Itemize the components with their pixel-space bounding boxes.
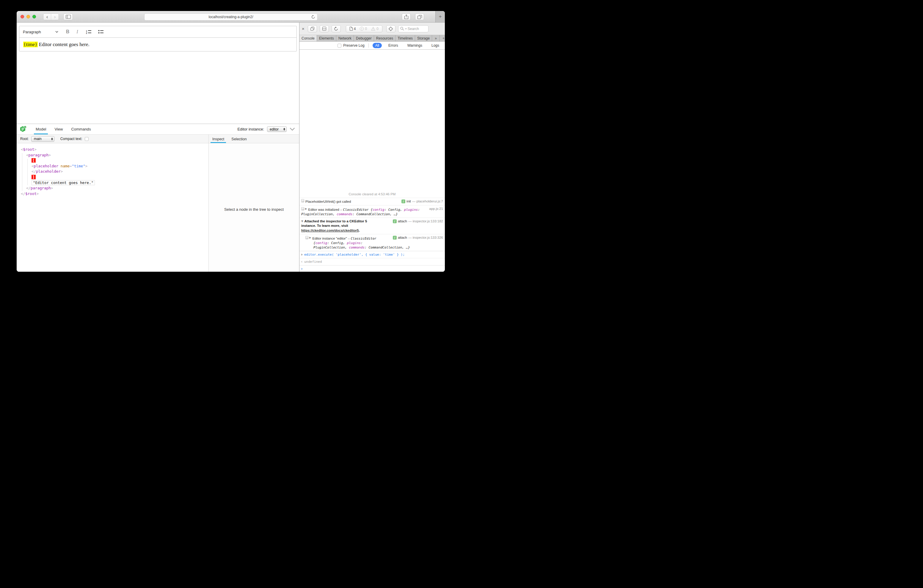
tab-inspect-label: Inspect <box>212 137 224 141</box>
console-token: : CommandCollection, …} <box>352 212 397 216</box>
filter-warnings[interactable]: Warnings <box>405 43 425 48</box>
zoom-window-button[interactable] <box>33 15 36 18</box>
italic-button[interactable]: I <box>76 29 78 34</box>
tab-timelines[interactable]: Timelines <box>396 35 415 41</box>
sidebar-button[interactable] <box>63 13 73 20</box>
log-source-icon <box>301 207 304 210</box>
tab-resources-label: Resources <box>376 36 393 40</box>
disclosure-open-icon[interactable]: ▼ <box>301 219 303 224</box>
root-select[interactable]: main <box>31 136 54 142</box>
nav-buttons: ‹ › <box>43 13 59 20</box>
filter-logs[interactable]: Logs <box>429 43 442 48</box>
back-button[interactable]: ‹ <box>43 14 51 20</box>
detach-button[interactable] <box>308 25 317 33</box>
tab-inspect[interactable]: Inspect <box>209 135 228 143</box>
indent-guide <box>27 159 28 185</box>
new-tab-button[interactable]: + <box>435 11 445 22</box>
console-location[interactable]: ƒattach— inspector.js:133:326 <box>393 235 443 240</box>
address-bar[interactable]: localhost/creating-a-plugin2/ <box>144 13 318 21</box>
console-link[interactable]: https://ckeditor.com/docs/ckeditor5 <box>301 228 359 232</box>
close-inspector-button[interactable]: × <box>302 26 304 31</box>
tab-debugger[interactable]: Debugger <box>354 35 374 41</box>
editor-instance-select[interactable]: editor <box>267 126 287 132</box>
tree-line[interactable]: </paragraph> <box>16 186 209 191</box>
inspect-pane: Select a node in the tree to inspect <box>209 143 299 272</box>
tree-line[interactable]: </$root> <box>16 191 209 197</box>
function-badge-icon: ƒ <box>401 199 405 203</box>
preserve-log-checkbox[interactable] <box>338 44 342 48</box>
tree-token: > <box>61 169 63 174</box>
bold-button[interactable]: B <box>66 29 70 34</box>
minimize-window-button[interactable] <box>26 15 30 18</box>
tab-view[interactable]: View <box>50 124 67 135</box>
forward-button[interactable]: › <box>51 14 59 20</box>
preserve-log-label: Preserve Log <box>343 43 364 48</box>
source-location: — placeholderui.js:7 <box>412 199 443 204</box>
tab-model[interactable]: Model <box>31 124 50 135</box>
element-picker-button[interactable] <box>386 25 396 33</box>
function-badge-icon: ƒ <box>393 236 397 240</box>
console-location[interactable]: ƒattach— inspector.js:133:182 <box>393 219 443 224</box>
tree-token: > <box>36 191 39 196</box>
prompt-chevron-icon[interactable]: › <box>301 267 302 271</box>
forward-icon: › <box>54 14 56 19</box>
heading-dropdown[interactable]: Paragraph <box>23 30 58 34</box>
tree-line[interactable]: <placeholder name="time"> <box>16 164 209 169</box>
prompt-chevron-icon: › <box>301 252 302 256</box>
resource-status-group[interactable]: 4 0 0 <box>346 25 383 33</box>
bulleted-list-button[interactable] <box>98 30 104 34</box>
tab-overflow-button[interactable]: » <box>432 35 440 41</box>
console-token: PluginCollection, <box>301 212 337 216</box>
placeholder-widget[interactable]: {time} <box>23 42 38 47</box>
close-window-button[interactable] <box>21 15 24 18</box>
console-location[interactable]: app.js:21 <box>429 207 443 211</box>
reload-button[interactable] <box>311 15 315 19</box>
console-token: plugins <box>347 241 361 245</box>
plus-icon: + <box>439 14 442 20</box>
tree-line[interactable]: <paragraph> <box>16 153 209 158</box>
tree-line[interactable]: </placeholder> <box>16 169 209 174</box>
console-token: – <box>339 208 343 211</box>
console-row: ▶Editor instance "editor" – ClassicEdito… <box>299 234 445 251</box>
console-token: Editor was initialized <box>308 208 339 211</box>
dock-bottom-icon <box>322 27 326 31</box>
tab-selection[interactable]: Selection <box>228 135 250 143</box>
chevron-double-icon: » <box>435 36 437 40</box>
tabs-overview-icon <box>417 15 422 19</box>
tree-line[interactable]: <$root> <box>16 147 209 153</box>
console-text: undefined <box>304 260 322 264</box>
editor-content[interactable]: {time} Editor content goes here. <box>19 38 296 51</box>
add-tab-button[interactable]: + <box>440 35 445 41</box>
filter-all[interactable]: All <box>373 43 382 48</box>
tree-line[interactable]: ] <box>16 174 209 180</box>
divider <box>368 43 369 48</box>
indent-guide <box>22 153 22 191</box>
reload-page-button[interactable] <box>332 25 341 33</box>
tab-network[interactable]: Network <box>336 35 354 41</box>
tab-console[interactable]: Console <box>299 35 317 41</box>
console-token: ClassicEditor <box>351 237 376 240</box>
compact-text-label: Compact text: <box>60 137 82 141</box>
disclosure-closed-icon[interactable]: ▶ <box>305 207 307 211</box>
share-button[interactable] <box>402 13 411 20</box>
tab-elements[interactable]: Elements <box>317 35 336 41</box>
tree-line[interactable]: "Editor content goes here." <box>16 180 209 186</box>
search-icon <box>400 27 404 31</box>
show-all-tabs-button[interactable] <box>415 13 424 20</box>
collapse-inspector-button[interactable] <box>290 128 295 131</box>
numbered-list-button[interactable]: 12 <box>86 30 92 34</box>
console-location[interactable]: ƒinit— placeholderui.js:7 <box>401 199 443 204</box>
tree-line[interactable]: [ <box>16 158 209 164</box>
filter-errors[interactable]: Errors <box>386 43 401 48</box>
tab-commands[interactable]: Commands <box>67 124 95 135</box>
compact-text-checkbox[interactable] <box>85 137 89 141</box>
tab-resources[interactable]: Resources <box>374 35 396 41</box>
dock-bottom-button[interactable] <box>320 25 329 33</box>
disclosure-closed-icon[interactable]: ▶ <box>309 235 311 240</box>
tree-token: > <box>85 164 88 168</box>
tab-console-label: Console <box>302 36 315 40</box>
search-input[interactable]: Search <box>398 25 429 33</box>
ckeditor-inspector: 5 Model View Commands Editor instance: e… <box>16 124 299 272</box>
tab-storage[interactable]: Storage <box>415 35 432 41</box>
tab-selection-label: Selection <box>232 137 246 141</box>
